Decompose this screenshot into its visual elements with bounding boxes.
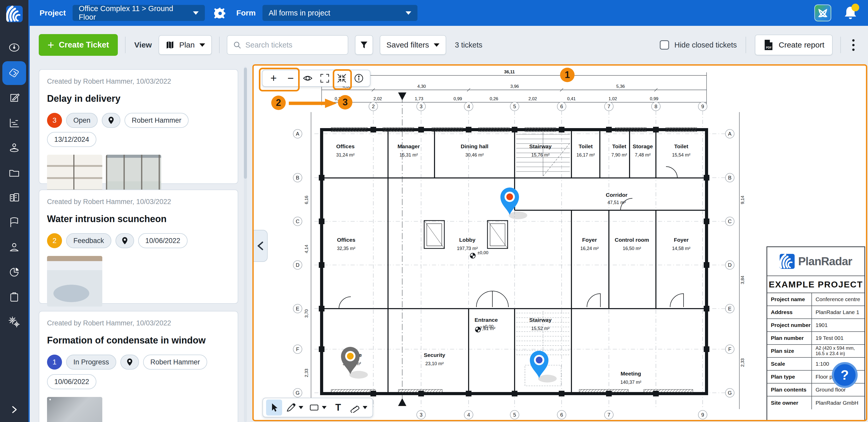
svg-text:Stairway: Stairway (529, 143, 552, 149)
title-block-label: Scale (767, 358, 812, 370)
sidebar-item-users[interactable] (2, 235, 26, 259)
chevron-down-icon[interactable] (322, 406, 327, 409)
assignee-badge: Robert Hammer (125, 113, 189, 128)
rectangle-icon (309, 402, 319, 413)
chevron-down-icon[interactable] (363, 406, 367, 409)
plan-title-block: PlanRadar EXAMPLE PROJECT Project nameCo… (767, 247, 865, 421)
shape-tool-button[interactable] (307, 399, 329, 416)
ticket-photo-condensate-window[interactable] (47, 397, 102, 422)
svg-text:3: 3 (420, 412, 423, 418)
status-badge: In Progress (66, 355, 116, 369)
sidebar-item-site-view[interactable] (2, 136, 26, 160)
sidebar-item-reports[interactable] (2, 260, 26, 284)
notifications-button[interactable] (843, 5, 858, 21)
search-tickets-box (227, 35, 348, 55)
ticket-pin-open[interactable] (500, 188, 527, 219)
view-label: View (134, 40, 152, 49)
svg-text:Corridor: Corridor (606, 192, 627, 198)
project-selector[interactable]: Office Complex 11 > Ground Floor (72, 5, 205, 21)
form-edit-icon (8, 92, 20, 104)
create-ticket-label: Create Ticket (59, 40, 109, 50)
saved-filters-selector[interactable]: Saved filters (380, 35, 446, 55)
fullscreen-button[interactable] (316, 70, 333, 86)
sidebar-item-dashboard[interactable] (2, 36, 26, 59)
svg-text:Toilet: Toilet (612, 143, 626, 149)
svg-text:E: E (728, 306, 731, 312)
svg-text:A: A (728, 131, 732, 137)
ticket-card[interactable]: Created by Robert Hammer, 10/03/2022 Wat… (39, 190, 238, 304)
help-button[interactable]: ? (832, 362, 858, 388)
title-block-project-title: EXAMPLE PROJECT (767, 276, 864, 293)
hide-closed-checkbox[interactable] (660, 40, 669, 50)
measure-tool-button[interactable] (348, 399, 369, 416)
svg-text:7,90 m²: 7,90 m² (611, 152, 627, 158)
select-tool-button[interactable] (266, 399, 282, 416)
sidebar-item-projects[interactable] (2, 186, 26, 209)
title-block-value: 1901 (812, 319, 864, 331)
pen-tool-button[interactable] (284, 399, 305, 416)
sidebar-item-settings[interactable] (2, 310, 26, 334)
svg-text:16,24 m²: 16,24 m² (580, 246, 598, 251)
pdf-file-icon: PDF (763, 39, 773, 51)
folder-icon (8, 167, 20, 179)
filter-button[interactable] (355, 35, 373, 55)
ticket-card[interactable]: Created by Robert Hammer, 10/03/2022 For… (39, 311, 238, 422)
pie-chart-icon (8, 266, 20, 278)
svg-text:15,54 m²: 15,54 m² (672, 152, 690, 158)
text-tool-button[interactable]: T (330, 399, 346, 416)
form-selector[interactable]: All forms in project (262, 5, 417, 21)
create-report-button[interactable]: PDF Create report (755, 35, 833, 55)
divider (125, 37, 126, 53)
section-line (398, 93, 406, 406)
sidebar-item-tickets[interactable] (2, 61, 26, 85)
kebab-icon (852, 39, 855, 41)
location-pin-badge[interactable] (120, 355, 139, 369)
layer-visibility-button[interactable] (299, 70, 316, 86)
search-input[interactable] (245, 41, 338, 49)
ticket-card[interactable]: Created by Robert Hammer, 10/03/2022 Del… (39, 69, 238, 184)
more-options-button[interactable] (848, 37, 858, 54)
svg-text:0,99: 0,99 (650, 96, 658, 101)
location-pin-badge[interactable] (102, 113, 120, 128)
sidebar-item-documents[interactable] (2, 161, 26, 185)
svg-text:F: F (296, 346, 299, 352)
svg-text:Manager: Manager (398, 143, 420, 149)
sidebar-item-forms[interactable] (2, 86, 26, 110)
ticket-photo-water-sill[interactable] (47, 256, 102, 306)
view-mode-selector[interactable]: Plan (159, 35, 212, 55)
divider (840, 37, 841, 53)
priority-badge: 3 (47, 113, 62, 128)
top-header: Project Office Complex 11 > Ground Floor… (30, 0, 868, 26)
title-block-logo: PlanRadar (767, 247, 864, 276)
ticket-pin-feedback[interactable] (341, 347, 368, 379)
planradar-logo[interactable] (6, 6, 23, 22)
create-report-label: Create report (779, 40, 824, 49)
svg-text:47,51 m²: 47,51 m² (607, 200, 626, 205)
sidebar-item-tasks[interactable] (2, 285, 26, 309)
svg-text:C: C (728, 219, 732, 224)
panel-collapse-button[interactable] (254, 230, 268, 262)
flag-icon (8, 217, 20, 228)
hide-closed-toggle[interactable]: Hide closed tickets (660, 40, 737, 50)
project-settings-button[interactable] (214, 6, 226, 20)
svg-text:E: E (296, 306, 299, 312)
title-block-label: Address (767, 306, 812, 319)
location-pin-badge[interactable] (116, 233, 134, 248)
scrollbar-thumb[interactable] (244, 68, 247, 179)
plan-info-button[interactable] (350, 70, 367, 86)
sidebar-item-flags[interactable] (2, 210, 26, 234)
annotation-step-2: 2 (271, 96, 286, 110)
create-ticket-button[interactable]: + Create Ticket (39, 34, 118, 56)
chevron-right-icon (8, 404, 20, 416)
sidebar-expand-button[interactable] (2, 398, 26, 421)
plan-viewer[interactable]: 36,11 4,30 4,30 3,96 5,36 0,30 2,02 1,73… (252, 64, 867, 421)
chevron-down-icon[interactable] (299, 406, 303, 409)
chevron-down-icon (406, 11, 411, 15)
due-date-badge: 13/12/2024 (47, 132, 96, 147)
ticket-pin-inprogress[interactable] (530, 351, 557, 383)
ticket-list-scrollbar[interactable] (244, 67, 247, 422)
app-switcher-button[interactable] (814, 4, 831, 22)
plan-map-icon (165, 40, 175, 50)
sidebar-item-statistics[interactable] (2, 111, 26, 135)
chevron-down-icon (193, 11, 199, 15)
